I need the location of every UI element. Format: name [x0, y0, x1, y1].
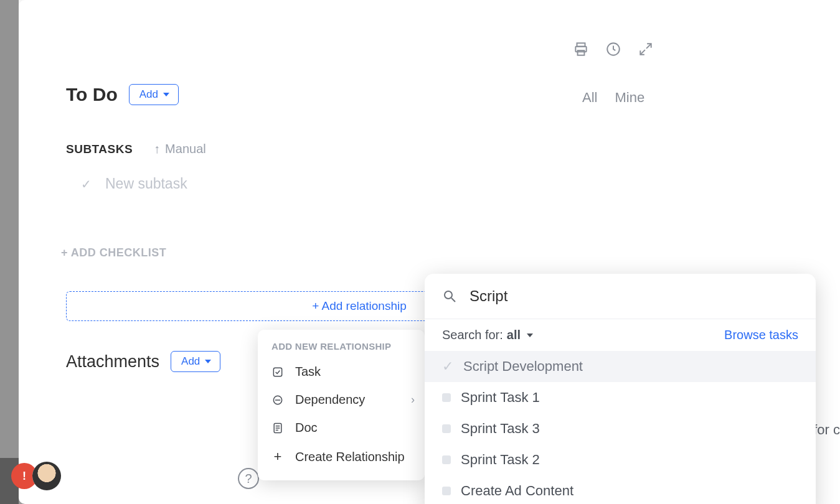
- arrow-up-icon: ↑: [154, 142, 160, 156]
- rel-option-create[interactable]: + Create Relationship: [258, 442, 425, 472]
- tab-mine[interactable]: Mine: [615, 90, 644, 106]
- history-icon[interactable]: [605, 41, 621, 57]
- new-subtask-placeholder: New subtask: [105, 175, 187, 192]
- subtasks-sort[interactable]: ↑ Manual: [154, 142, 206, 156]
- toolbar: [573, 41, 654, 57]
- rel-option-dependency[interactable]: Dependency ›: [258, 386, 425, 414]
- task-search-input[interactable]: [470, 287, 798, 305]
- search-result[interactable]: Sprint Task 2: [425, 444, 816, 475]
- status-icon: [442, 393, 451, 402]
- expand-icon[interactable]: [638, 41, 654, 57]
- status-icon: [442, 455, 451, 464]
- add-button[interactable]: Add: [129, 84, 179, 105]
- subtasks-label: SUBTASKS: [66, 142, 133, 156]
- doc-icon: [271, 422, 284, 434]
- activity-tabs: All Mine: [582, 90, 644, 106]
- help-icon[interactable]: ?: [238, 468, 259, 489]
- chevron-right-icon: ›: [411, 393, 415, 406]
- status-icon: [442, 487, 451, 495]
- svg-point-11: [445, 291, 452, 299]
- add-checklist-button[interactable]: + ADD CHECKLIST: [61, 246, 166, 259]
- tab-all[interactable]: All: [582, 90, 597, 106]
- task-icon: [271, 366, 284, 378]
- plus-icon: +: [271, 449, 284, 465]
- add-attachment-button[interactable]: Add: [171, 351, 220, 372]
- relationship-menu: ADD NEW RELATIONSHIP Task Dependency › D…: [258, 330, 425, 480]
- dependency-icon: [271, 394, 284, 406]
- svg-line-12: [451, 298, 455, 302]
- task-search-popover: Search for: all Browse tasks ✓ Script De…: [425, 274, 816, 504]
- caret-down-icon: [163, 93, 169, 96]
- caret-down-icon: [205, 360, 211, 363]
- page-title: To Do: [66, 84, 118, 105]
- search-result[interactable]: Sprint Task 3: [425, 413, 816, 444]
- search-result[interactable]: ✓ Script Development: [425, 351, 816, 382]
- rel-option-task[interactable]: Task: [258, 358, 425, 386]
- caret-down-icon: [527, 334, 533, 337]
- check-icon: ✓: [81, 177, 92, 192]
- svg-rect-4: [273, 368, 281, 376]
- check-icon: ✓: [442, 362, 453, 371]
- attachments-title: Attachments: [66, 352, 159, 371]
- rel-option-doc[interactable]: Doc: [258, 414, 425, 442]
- search-results: ✓ Script Development Sprint Task 1 Sprin…: [425, 347, 816, 504]
- search-scope[interactable]: Search for: all: [442, 328, 533, 342]
- search-icon: [442, 289, 457, 304]
- search-result[interactable]: Create Ad Content: [425, 475, 816, 504]
- browse-tasks-link[interactable]: Browse tasks: [724, 328, 798, 342]
- svg-rect-2: [578, 50, 585, 55]
- user-avatar: [32, 462, 61, 490]
- print-icon[interactable]: [573, 41, 589, 57]
- new-subtask-input[interactable]: ✓ New subtask: [81, 175, 187, 192]
- search-result[interactable]: Sprint Task 1: [425, 382, 816, 413]
- status-icon: [442, 424, 451, 433]
- notification-badge[interactable]: !: [11, 462, 61, 490]
- truncated-text: for c: [813, 422, 840, 438]
- add-button-label: Add: [139, 88, 158, 101]
- relationship-menu-header: ADD NEW RELATIONSHIP: [258, 341, 425, 358]
